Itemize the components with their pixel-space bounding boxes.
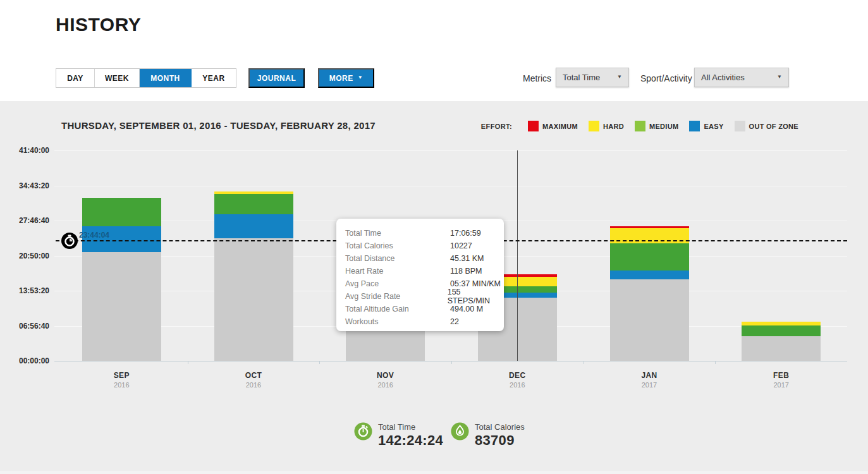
x-axis-month-label: DEC bbox=[489, 371, 546, 380]
chevron-down-icon: ▼ bbox=[358, 75, 363, 80]
metrics-dropdown[interactable]: Total Time ▼ bbox=[556, 68, 629, 87]
summary-label: Total Time bbox=[378, 422, 443, 432]
x-axis-year-label: 2016 bbox=[357, 381, 414, 389]
bar-segment-feb-hard[interactable] bbox=[742, 322, 821, 325]
tab-month[interactable]: MONTH bbox=[140, 69, 192, 87]
legend-label: MAXIMUM bbox=[542, 123, 578, 130]
more-button-label: MORE bbox=[329, 74, 353, 83]
bar-tooltip: Total Time17:06:59Total Calories10227Tot… bbox=[336, 219, 504, 331]
tab-week[interactable]: WEEK bbox=[95, 69, 140, 87]
sport-activity-dropdown[interactable]: All Activities ▼ bbox=[694, 68, 789, 87]
chart-panel: THURSDAY, SEPTEMBER 01, 2016 - TUESDAY, … bbox=[0, 101, 868, 474]
tab-day[interactable]: DAY bbox=[56, 69, 95, 87]
tooltip-row-value: 22 bbox=[450, 317, 459, 326]
bar-segment-feb-out-of-zone[interactable] bbox=[742, 336, 821, 361]
tooltip-row: Total Calories10227 bbox=[345, 240, 504, 252]
view-range-tabs: DAYWEEKMONTHYEAR bbox=[56, 68, 236, 88]
x-axis-year-label: 2016 bbox=[93, 381, 150, 389]
tooltip-row-value: 155 STEPS/MIN bbox=[448, 288, 504, 305]
x-axis-month-label: OCT bbox=[225, 371, 282, 380]
journal-button[interactable]: JOURNAL bbox=[248, 68, 305, 88]
x-axis-year-label: 2017 bbox=[621, 381, 678, 389]
tooltip-row: Heart Rate118 BPM bbox=[345, 265, 504, 277]
bar-segment-jan-easy[interactable] bbox=[610, 270, 689, 279]
summary-total-calories: Total Calories 83709 bbox=[451, 422, 525, 449]
x-axis-year-label: 2017 bbox=[753, 381, 810, 389]
page-title: HISTORY bbox=[56, 14, 141, 35]
bar-segment-feb-medium[interactable] bbox=[742, 325, 821, 336]
legend-swatch bbox=[528, 121, 539, 131]
panel-bottom-strip bbox=[0, 471, 868, 474]
bar-segment-oct-hard[interactable] bbox=[214, 191, 293, 194]
effort-legend-label: EFFORT: bbox=[481, 123, 512, 130]
y-axis-tick-label: 27:46:40 bbox=[0, 216, 49, 225]
chevron-down-icon: ▼ bbox=[777, 74, 782, 80]
bar-segment-oct-out-of-zone[interactable] bbox=[214, 238, 293, 361]
legend-item-medium: MEDIUM bbox=[635, 121, 678, 131]
legend-item-hard: HARD bbox=[589, 121, 624, 131]
tooltip-row-value: 05:37 MIN/KM bbox=[450, 279, 501, 288]
sport-activity-dropdown-value: All Activities bbox=[701, 73, 745, 82]
legend-label: MEDIUM bbox=[649, 123, 678, 130]
tab-year[interactable]: YEAR bbox=[192, 69, 236, 87]
bar-segment-sep-out-of-zone[interactable] bbox=[82, 252, 161, 361]
legend-label: EASY bbox=[704, 123, 723, 130]
bar-segment-jan-out-of-zone[interactable] bbox=[610, 279, 689, 361]
y-axis-tick-label: 13:53:20 bbox=[0, 286, 49, 295]
gridline bbox=[54, 186, 847, 186]
legend-swatch bbox=[735, 121, 745, 131]
x-axis-month-label: NOV bbox=[357, 371, 414, 380]
stopwatch-icon bbox=[61, 232, 78, 250]
legend-swatch bbox=[589, 121, 599, 131]
legend-item-out-of-zone: OUT OF ZONE bbox=[735, 121, 798, 131]
bar-segment-jan-maximum[interactable] bbox=[610, 226, 689, 228]
stopwatch-icon bbox=[354, 422, 372, 441]
legend-item-easy: EASY bbox=[689, 121, 723, 131]
summary-label: Total Calories bbox=[475, 422, 525, 432]
x-axis-month-label: FEB bbox=[753, 371, 810, 380]
tooltip-row-label: Avg Pace bbox=[345, 279, 450, 288]
gridline bbox=[54, 150, 847, 151]
bar-segment-oct-medium[interactable] bbox=[214, 194, 293, 214]
summary-value: 142:24:24 bbox=[378, 432, 443, 449]
history-page: HISTORY DAYWEEKMONTHYEAR JOURNAL MORE ▼ … bbox=[0, 0, 868, 474]
x-axis-year-label: 2016 bbox=[489, 381, 546, 389]
more-button[interactable]: MORE ▼ bbox=[318, 68, 374, 88]
date-range-title: THURSDAY, SEPTEMBER 01, 2016 - TUESDAY, … bbox=[61, 120, 376, 131]
tooltip-row-label: Avg Stride Rate bbox=[345, 292, 448, 301]
tooltip-row-value: 10227 bbox=[450, 241, 472, 250]
legend-item-maximum: MAXIMUM bbox=[528, 121, 578, 131]
summary-value: 83709 bbox=[475, 432, 525, 449]
tooltip-row: Total Time17:06:59 bbox=[345, 227, 504, 240]
legend-label: OUT OF ZONE bbox=[749, 123, 798, 130]
tooltip-row-value: 118 BPM bbox=[450, 267, 482, 276]
legend-swatch bbox=[635, 121, 645, 131]
average-value-label: 23:44:04 bbox=[79, 231, 109, 240]
tooltip-row-label: Total Calories bbox=[345, 241, 450, 250]
hover-indicator-line bbox=[517, 150, 518, 361]
y-axis-tick-label: 34:43:20 bbox=[0, 181, 49, 190]
sport-activity-label: Sport/Activity bbox=[640, 73, 692, 83]
tooltip-row-value: 45.31 KM bbox=[450, 254, 484, 263]
metrics-dropdown-value: Total Time bbox=[563, 73, 600, 82]
tooltip-row: Workouts22 bbox=[345, 315, 504, 328]
bar-segment-oct-easy[interactable] bbox=[214, 214, 293, 238]
y-axis-tick-label: 41:40:00 bbox=[0, 146, 49, 155]
tooltip-row-value: 494.00 M bbox=[450, 305, 483, 313]
bar-segment-jan-medium[interactable] bbox=[610, 243, 689, 270]
summary-total-time: Total Time 142:24:24 bbox=[354, 422, 443, 449]
effort-legend: EFFORT: MAXIMUMHARDMEDIUMEASYOUT OF ZONE bbox=[481, 121, 798, 131]
y-axis-tick-label: 06:56:40 bbox=[0, 322, 49, 331]
bar-segment-sep-medium[interactable] bbox=[82, 198, 161, 226]
tooltip-row-label: Heart Rate bbox=[345, 267, 450, 276]
x-axis-month-label: JAN bbox=[621, 371, 678, 380]
tooltip-row-label: Total Distance bbox=[345, 254, 450, 263]
flame-icon bbox=[451, 422, 469, 441]
x-axis-month-label: SEP bbox=[93, 371, 150, 380]
y-axis-tick-label: 00:00:00 bbox=[0, 356, 49, 365]
tooltip-row-label: Total Time bbox=[345, 229, 450, 238]
tooltip-row-label: Workouts bbox=[345, 317, 450, 326]
metrics-label: Metrics bbox=[523, 73, 551, 83]
chevron-down-icon: ▼ bbox=[617, 74, 622, 80]
tooltip-row: Total Altitude Gain494.00 M bbox=[345, 303, 504, 315]
